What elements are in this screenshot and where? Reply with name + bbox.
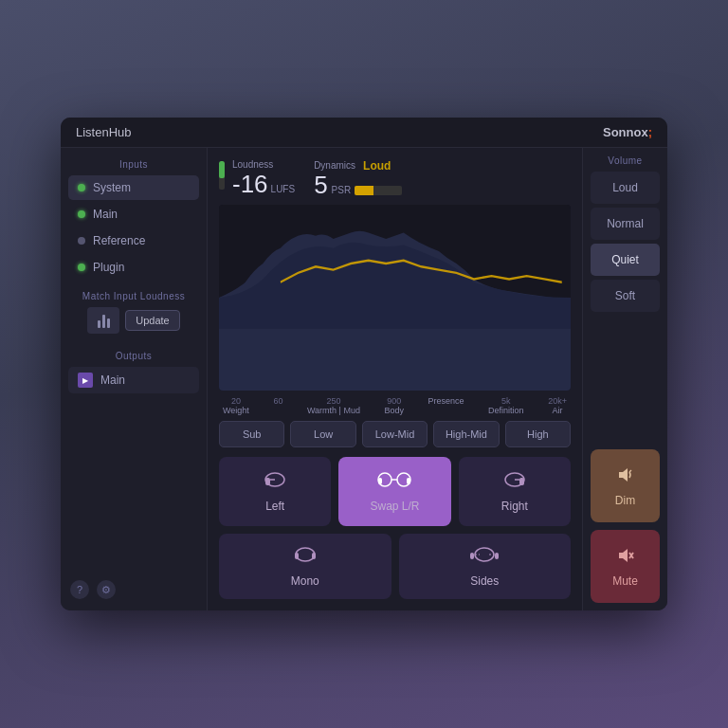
dynamics-label: Dynamics <box>314 160 355 171</box>
dynamics-value-row: 5 PSR <box>314 173 402 197</box>
outputs-section: Outputs ▶ Main <box>68 347 199 395</box>
input-system[interactable]: System <box>68 175 199 200</box>
headphone-left-icon <box>262 470 288 494</box>
headphone-right-icon <box>501 470 528 494</box>
bar-seg-1 <box>98 320 100 328</box>
match-controls: Update <box>68 307 199 334</box>
monitor-left-label: Left <box>265 500 284 513</box>
eq-freq-air: 20k+ Air <box>548 396 567 415</box>
monitor-mono-button[interactable]: Mono <box>219 534 391 599</box>
dot-main <box>78 210 85 218</box>
dynamics-value: 5 <box>314 173 327 197</box>
title-bar: ListenHub Sonnox; <box>61 118 667 148</box>
svg-rect-2 <box>265 478 270 485</box>
dot-reference <box>78 237 85 245</box>
outputs-label: Outputs <box>68 351 199 361</box>
band-low-mid[interactable]: Low-Mid <box>362 421 428 447</box>
eq-labels-row: 20 Weight 60 250 Warmth | Mud 900 Body P… <box>219 396 571 415</box>
waveform-display <box>219 205 571 391</box>
monitor-row-1: Left Swap L/R <box>219 457 571 526</box>
dynamics-meter: Dynamics Loud 5 PSR <box>314 159 402 197</box>
dynamics-unit: PSR <box>332 185 352 195</box>
monitor-sides-button[interactable]: Sides <box>399 534 572 599</box>
eq-freq-warmth: 250 Warmth | Mud <box>307 396 360 415</box>
match-icon-button[interactable] <box>87 307 119 334</box>
monitor-row-2: Mono Sides <box>219 534 571 599</box>
input-reference[interactable]: Reference <box>68 228 199 253</box>
eq-freq-weight: 20 Weight <box>223 396 249 415</box>
volume-label: Volume <box>591 155 660 166</box>
dim-icon <box>615 464 636 490</box>
input-main[interactable]: Main <box>68 202 199 227</box>
bar-seg-2 <box>102 315 105 328</box>
dim-button[interactable]: Dim <box>591 449 660 522</box>
band-sub[interactable]: Sub <box>219 421 284 447</box>
main-content: Inputs System Main Reference Plugin Matc… <box>61 148 667 610</box>
svg-rect-10 <box>519 478 524 485</box>
input-plugin[interactable]: Plugin <box>68 255 199 280</box>
svg-rect-5 <box>378 478 382 484</box>
psr-bar-fill <box>355 186 373 195</box>
volume-loud-button[interactable]: Loud <box>591 172 660 204</box>
loudness-unit: LUFS <box>271 184 296 194</box>
svg-rect-14 <box>312 553 316 559</box>
inputs-label: Inputs <box>68 159 199 170</box>
sidebar: Inputs System Main Reference Plugin Matc… <box>61 148 208 610</box>
band-high-mid[interactable]: High-Mid <box>433 421 499 447</box>
eq-freq-60: 60 <box>273 396 282 415</box>
swap-icon <box>375 470 413 494</box>
eq-freq-body: 900 Body <box>384 396 404 415</box>
monitor-left-button[interactable]: Left <box>219 457 331 526</box>
volume-normal-button[interactable]: Normal <box>591 208 660 240</box>
loudness-meter: Loudness -16 LUFS <box>232 159 295 196</box>
input-main-label: Main <box>93 208 118 221</box>
monitor-sides-label: Sides <box>470 574 499 588</box>
svg-rect-17 <box>495 553 499 559</box>
eq-freq-presence: Presence <box>428 396 464 415</box>
settings-icon[interactable]: ⚙ <box>97 580 116 599</box>
help-icon[interactable]: ? <box>70 580 89 599</box>
monitor-mono-label: Mono <box>291 574 319 588</box>
center-panel: Loudness -16 LUFS Dynamics Loud 5 <box>208 148 582 610</box>
update-button[interactable]: Update <box>125 310 179 331</box>
output-icon: ▶ <box>78 373 93 388</box>
bar-seg-3 <box>107 318 110 328</box>
loudness-bar <box>219 161 225 190</box>
sides-icon <box>467 545 501 569</box>
dim-label: Dim <box>615 494 635 507</box>
right-panel: Volume Loud Normal Quiet Soft Dim <box>582 148 667 610</box>
sidebar-footer: ? ⚙ <box>68 576 199 603</box>
match-label: Match Input Loudness <box>68 291 199 301</box>
app-title: ListenHub <box>76 125 132 139</box>
mute-icon <box>615 545 636 571</box>
mute-label: Mute <box>612 574 638 588</box>
band-high[interactable]: High <box>505 421 571 447</box>
loudness-label: Loudness <box>232 159 295 170</box>
svg-line-20 <box>629 470 631 472</box>
app-window: ListenHub Sonnox; Inputs System Main Ref… <box>61 118 667 610</box>
match-section: Match Input Loudness Update <box>68 291 199 334</box>
meters-row: Loudness -16 LUFS Dynamics Loud 5 <box>219 159 571 197</box>
monitor-right-label: Right <box>501 500 528 513</box>
waveform-svg <box>219 205 571 391</box>
input-plugin-label: Plugin <box>93 261 124 274</box>
psr-bar <box>355 186 402 195</box>
svg-rect-16 <box>470 553 474 559</box>
volume-quiet-button[interactable]: Quiet <box>591 244 660 276</box>
svg-rect-13 <box>295 553 299 559</box>
brand-logo: Sonnox; <box>603 125 652 139</box>
monitor-right-button[interactable]: Right <box>459 457 571 526</box>
input-reference-label: Reference <box>93 234 145 247</box>
dot-system <box>78 184 85 191</box>
monitor-swap-button[interactable]: Swap L/R <box>338 457 450 526</box>
input-system-label: System <box>93 181 131 194</box>
monitor-swap-label: Swap L/R <box>370 500 419 513</box>
output-main[interactable]: ▶ Main <box>68 367 199 393</box>
volume-soft-button[interactable]: Soft <box>591 280 660 312</box>
dynamics-status: Loud <box>363 159 391 173</box>
bars-icon <box>98 313 110 328</box>
band-buttons-row: Sub Low Low-Mid High-Mid High <box>219 421 571 447</box>
band-low[interactable]: Low <box>290 421 355 447</box>
loudness-value: -16 <box>232 172 268 196</box>
mute-button[interactable]: Mute <box>591 530 660 603</box>
